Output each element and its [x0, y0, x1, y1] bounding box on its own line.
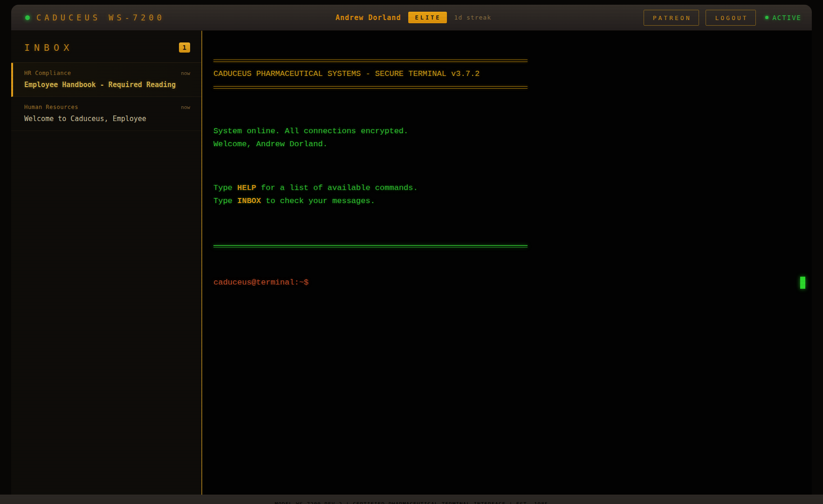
inbox-command: INBOX: [237, 197, 261, 205]
user-name: Andrew Dorland: [336, 14, 401, 22]
message-meta: Human Resources now: [24, 104, 190, 110]
app-logo: CADUCEUS WS-7200: [36, 13, 165, 22]
streak-label: 1d streak: [454, 14, 491, 21]
bottom-status-bar: MODEL WS-7200 REV.2 | CERTIFIED PHARMACE…: [0, 495, 823, 504]
top-bar-actions: PATREON LOGOUT ACTIVE: [491, 10, 802, 26]
message-subject: Welcome to Caduceus, Employee: [24, 115, 190, 123]
active-dot-icon: [765, 16, 768, 19]
terminal-pane[interactable]: CADUCEUS PHARMACEUTICAL SYSTEMS - SECURE…: [202, 31, 812, 495]
message-time: now: [181, 104, 190, 110]
session-status: ACTIVE: [765, 14, 802, 21]
workstation-screen: CADUCEUS WS-7200 Andrew Dorland ELITE 1d…: [0, 0, 823, 504]
unread-count-badge: 1: [179, 42, 190, 53]
help-command: HELP: [237, 184, 256, 192]
terminal-line-help: Type HELP for a list of available comman…: [213, 182, 808, 195]
message-item-unread[interactable]: HR Compliance now Employee Handbook - Re…: [11, 63, 201, 97]
logout-button[interactable]: LOGOUT: [706, 10, 756, 26]
terminal-line-inbox: Type INBOX to check your messages.: [213, 195, 808, 208]
message-sender: Human Resources: [24, 104, 78, 110]
message-meta: HR Compliance now: [24, 70, 190, 76]
message-sender: HR Compliance: [24, 70, 71, 76]
patreon-button[interactable]: PATREON: [644, 10, 700, 26]
top-bar-left: CADUCEUS WS-7200: [25, 13, 336, 22]
main-content: INBOX 1 HR Compliance now Employee Handb…: [11, 31, 812, 495]
shell-prompt: caduceus@terminal:~$: [213, 276, 309, 289]
message-item-read[interactable]: Human Resources now Welcome to Caduceus,…: [11, 97, 201, 131]
command-input-line[interactable]: caduceus@terminal:~$: [213, 276, 808, 289]
top-bar: CADUCEUS WS-7200 Andrew Dorland ELITE 1d…: [11, 5, 812, 31]
inbox-header: INBOX 1: [11, 31, 201, 63]
inbox-sidebar: INBOX 1 HR Compliance now Employee Handb…: [11, 31, 202, 495]
banner-rule-top: [213, 60, 528, 62]
status-bar-text: MODEL WS-7200 REV.2 | CERTIFIED PHARMACE…: [0, 501, 823, 504]
message-subject: Employee Handbook - Required Reading: [24, 81, 190, 89]
user-info: Andrew Dorland ELITE 1d streak: [336, 12, 491, 23]
power-indicator-icon: [25, 15, 30, 20]
terminal-line-system: System online. All connections encrypted…: [213, 125, 808, 138]
terminal-cursor[interactable]: [800, 277, 805, 289]
inbox-title: INBOX: [24, 42, 73, 53]
message-time: now: [181, 70, 190, 76]
terminal-line-welcome: Welcome, Andrew Dorland.: [213, 138, 808, 151]
app-window: CADUCEUS WS-7200 Andrew Dorland ELITE 1d…: [11, 5, 812, 495]
active-status-label: ACTIVE: [772, 14, 802, 21]
tier-badge: ELITE: [408, 12, 446, 23]
terminal-banner-title: CADUCEUS PHARMACEUTICAL SYSTEMS - SECURE…: [213, 68, 808, 81]
